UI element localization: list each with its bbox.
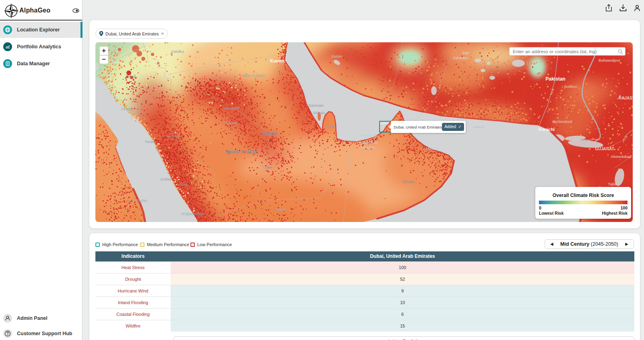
- svg-text:GUJARAT: GUJARAT: [595, 147, 614, 151]
- svg-text:Tabuk: Tabuk: [126, 74, 136, 79]
- svg-text:Emirates: Emirates: [361, 145, 376, 149]
- svg-text:Saudi Arabia: Saudi Arabia: [225, 149, 258, 155]
- svg-text:Shaqra: Shaqra: [226, 121, 237, 125]
- svg-text:Pakistan: Pakistan: [545, 76, 565, 82]
- svg-text:Zahedan: Zahedan: [453, 56, 468, 60]
- svg-text:Riyadh: Riyadh: [262, 131, 277, 136]
- svg-text:Bahawalpur: Bahawalpur: [599, 58, 620, 62]
- svg-text:Sakaka: Sakaka: [171, 49, 184, 54]
- svg-text:Oman: Oman: [402, 179, 415, 184]
- svg-text:Dammam: Dammam: [309, 104, 324, 108]
- svg-text:Qatar: Qatar: [326, 124, 335, 129]
- svg-text:Abha: Abha: [179, 182, 188, 187]
- svg-text:Karachi: Karachi: [539, 127, 555, 132]
- svg-text:Tajlat: Tajlat: [608, 182, 617, 186]
- svg-text:Hafar Al-Batin: Hafar Al-Batin: [242, 73, 265, 78]
- svg-text:Gwadar: Gwadar: [473, 125, 484, 129]
- svg-text:Sukkur: Sukkur: [564, 84, 578, 89]
- svg-text:Abu Dhabi: Abu Dhabi: [360, 133, 378, 138]
- svg-text:Iran: Iran: [462, 51, 469, 55]
- svg-text:Al Wajh: Al Wajh: [121, 107, 134, 111]
- svg-text:United Arab: United Arab: [359, 141, 378, 145]
- svg-text:Bahrain: Bahrain: [313, 111, 325, 115]
- svg-text:Port Sudan: Port Sudan: [130, 199, 148, 203]
- svg-text:Al Qunfudhah: Al Qunfudhah: [181, 211, 204, 216]
- svg-text:Layla: Layla: [263, 165, 272, 169]
- svg-text:Bustan: Bustan: [332, 54, 343, 58]
- svg-text:Medina: Medina: [166, 134, 179, 138]
- svg-text:Kuwait: Kuwait: [270, 58, 285, 63]
- svg-text:Yanbu: Yanbu: [145, 139, 156, 144]
- svg-text:RAJAST: RAJAST: [619, 96, 633, 100]
- svg-text:Muscat: Muscat: [426, 146, 438, 151]
- svg-text:Najran: Najran: [276, 207, 286, 211]
- svg-text:Jeddah: Jeddah: [160, 177, 172, 181]
- svg-text:Buraydah: Buraydah: [224, 106, 241, 110]
- svg-text:Ahmedabad: Ahmedabad: [611, 155, 632, 159]
- svg-text:Hyderabad: Hyderabad: [552, 119, 572, 124]
